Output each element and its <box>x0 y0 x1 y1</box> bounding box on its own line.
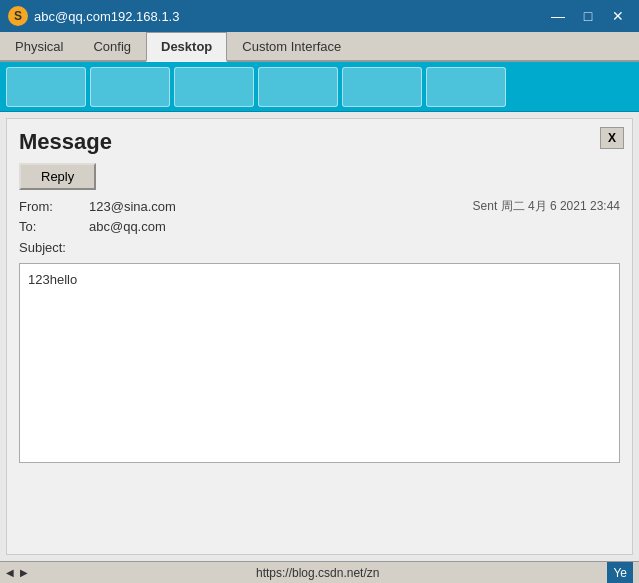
status-url: https://blog.csdn.net/zn <box>256 566 379 580</box>
message-panel: Message X Reply From: 123@sina.com Sent … <box>6 118 633 555</box>
scroll-left-button[interactable]: ◀ <box>6 567 14 578</box>
sent-value: Sent 周二 4月 6 2021 23:44 <box>473 198 620 215</box>
toolbar-icon-5[interactable] <box>342 67 422 107</box>
toolbar-icon-3[interactable] <box>174 67 254 107</box>
to-label: To: <box>19 219 89 234</box>
tab-custom-interface[interactable]: Custom Interface <box>227 32 356 60</box>
to-value: abc@qq.com <box>89 219 473 234</box>
status-suffix: Ye <box>607 562 633 583</box>
title-bar-left: S abc@qq.com192.168.1.3 <box>8 6 179 26</box>
toolbar-strip <box>0 62 639 112</box>
toolbar-icon-2[interactable] <box>90 67 170 107</box>
tab-physical[interactable]: Physical <box>0 32 78 60</box>
from-value: 123@sina.com <box>89 199 473 214</box>
title-bar: S abc@qq.com192.168.1.3 — □ ✕ <box>0 0 639 32</box>
toolbar-icon-1[interactable] <box>6 67 86 107</box>
message-title: Message <box>19 129 620 155</box>
message-meta: From: 123@sina.com Sent 周二 4月 6 2021 23:… <box>19 198 620 234</box>
close-x-button[interactable]: X <box>600 127 624 149</box>
maximize-button[interactable]: □ <box>575 5 601 27</box>
subject-label: Subject: <box>19 240 89 255</box>
close-button[interactable]: ✕ <box>605 5 631 27</box>
title-bar-controls: — □ ✕ <box>545 5 631 27</box>
scroll-right-button[interactable]: ▶ <box>20 567 28 578</box>
toolbar-icon-6[interactable] <box>426 67 506 107</box>
subject-row: Subject: <box>19 240 620 255</box>
tab-config[interactable]: Config <box>78 32 146 60</box>
window-title: abc@qq.com192.168.1.3 <box>34 9 179 24</box>
tab-bar: Physical Config Desktop Custom Interface <box>0 32 639 62</box>
reply-button[interactable]: Reply <box>19 163 96 190</box>
from-label: From: <box>19 199 89 214</box>
status-left: ◀ ▶ <box>6 567 28 578</box>
message-body[interactable]: 123hello <box>19 263 620 463</box>
toolbar-icon-4[interactable] <box>258 67 338 107</box>
app-icon: S <box>8 6 28 26</box>
main-content: ▲ ▼ Message X Reply From: 123@sina.com S… <box>0 112 639 561</box>
tab-desktop[interactable]: Desktop <box>146 32 227 62</box>
status-bar: ◀ ▶ https://blog.csdn.net/zn Ye <box>0 561 639 583</box>
minimize-button[interactable]: — <box>545 5 571 27</box>
